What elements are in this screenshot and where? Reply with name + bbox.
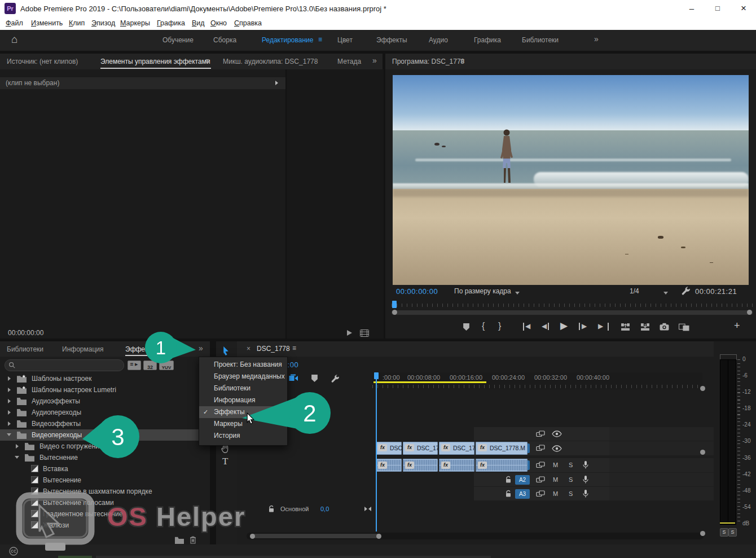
program-ruler-ticks[interactable] bbox=[392, 304, 753, 307]
menu-graphics[interactable]: Графика bbox=[157, 19, 185, 27]
tree-row[interactable]: Видео с погружением bbox=[0, 441, 210, 452]
timeline-playhead-head[interactable] bbox=[374, 372, 379, 379]
menu-item-markers[interactable]: Маркеры bbox=[199, 418, 287, 430]
add-marker-icon[interactable] bbox=[462, 323, 471, 331]
clip-video-3[interactable]: fx DSC_17 bbox=[439, 442, 474, 455]
menu-item-effects[interactable]: ✓ Эффекты bbox=[199, 406, 287, 418]
go-to-out-icon[interactable]: ▶ bbox=[597, 323, 609, 331]
program-playhead[interactable] bbox=[392, 301, 397, 308]
track-badge-a2[interactable]: A2 bbox=[515, 475, 530, 485]
hscroll-handle-left[interactable] bbox=[250, 534, 255, 539]
tab-audio-mixer[interactable]: Микш. аудиоклипа: DSC_1778 bbox=[223, 58, 318, 65]
play-icon[interactable]: ▶ bbox=[560, 320, 568, 332]
settings-wrench-icon[interactable] bbox=[681, 286, 691, 296]
step-forward-icon[interactable]: ▶ bbox=[579, 323, 589, 331]
play-audio-icon[interactable] bbox=[345, 329, 353, 337]
workspace-tab-assembly[interactable]: Сборка bbox=[213, 36, 236, 44]
menu-help[interactable]: Справка bbox=[234, 19, 262, 27]
tree-row[interactable]: Вытеснение bbox=[0, 474, 210, 486]
tab-effect-controls[interactable]: Элементы управления эффектами bbox=[100, 58, 210, 65]
menu-item-media-browser[interactable]: Браузер медиаданных bbox=[199, 371, 287, 383]
scrollbar-handle-left[interactable] bbox=[392, 310, 397, 315]
workspace-tab-graphics[interactable]: Графика bbox=[474, 36, 501, 44]
filter-accelerated-effects[interactable]: ≣▶ bbox=[128, 361, 141, 370]
program-scrollbar[interactable] bbox=[392, 310, 753, 315]
vscroll-handle-mid[interactable] bbox=[700, 450, 705, 455]
lift-icon[interactable] bbox=[621, 323, 630, 331]
sync-lock-icon[interactable] bbox=[536, 476, 545, 484]
tab-info[interactable]: Информация bbox=[62, 345, 103, 353]
export-frame-camera-icon[interactable] bbox=[660, 323, 669, 331]
pan-icon[interactable] bbox=[364, 506, 372, 512]
lock-icon[interactable] bbox=[267, 505, 275, 513]
effects-search-box[interactable] bbox=[5, 359, 124, 371]
timeline-ruler[interactable]: :00:00 00:00:08:00 00:00:16:00 00:00:24:… bbox=[372, 372, 702, 389]
maximize-button[interactable]: □ bbox=[707, 2, 728, 15]
timeline-hscrollbar[interactable] bbox=[247, 533, 704, 539]
tab-effects[interactable]: Эффекты bbox=[125, 345, 156, 353]
workspace-tab-menu-icon[interactable]: ≡ bbox=[318, 36, 322, 43]
home-icon[interactable]: ⌂ bbox=[11, 33, 17, 46]
menu-file[interactable]: Файл bbox=[6, 19, 23, 27]
menu-item-history[interactable]: История bbox=[199, 430, 287, 442]
scrollbar-handle-right[interactable] bbox=[747, 310, 752, 315]
program-menu-icon[interactable]: ≡ bbox=[460, 57, 464, 65]
track-visibility-eye-icon[interactable] bbox=[552, 445, 562, 452]
minimize-button[interactable]: – bbox=[682, 2, 702, 15]
tree-row[interactable]: Вытеснение bbox=[0, 452, 210, 463]
type-tool-icon[interactable]: T bbox=[222, 456, 228, 467]
workspace-tab-color[interactable]: Цвет bbox=[337, 36, 353, 44]
tree-row[interactable]: Аудиопереходы bbox=[0, 407, 210, 418]
menu-sequence[interactable]: Эпизод bbox=[91, 19, 115, 27]
step-back-icon[interactable]: ◀ bbox=[542, 323, 552, 331]
selection-tool-icon[interactable] bbox=[223, 346, 229, 356]
workspace-tab-libraries[interactable]: Библиотеки bbox=[522, 36, 559, 44]
menu-view[interactable]: Вид bbox=[192, 19, 205, 27]
delete-icon[interactable] bbox=[190, 536, 196, 544]
tree-row[interactable]: Шаблоны настроек Lumetri bbox=[0, 384, 210, 396]
sync-lock-icon[interactable] bbox=[536, 490, 545, 498]
fit-dropdown[interactable]: По размеру кадра bbox=[451, 285, 525, 297]
mute-button[interactable]: M bbox=[553, 476, 558, 483]
sync-lock-icon[interactable] bbox=[536, 430, 545, 438]
comparison-view-icon[interactable] bbox=[679, 323, 689, 331]
quality-dropdown[interactable]: 1/4 bbox=[625, 285, 670, 297]
expand-arrow-icon[interactable] bbox=[275, 81, 278, 85]
lock-icon[interactable] bbox=[504, 490, 512, 498]
new-bin-icon[interactable] bbox=[175, 537, 184, 544]
timeline-playhead[interactable] bbox=[376, 372, 377, 531]
tree-row[interactable]: Аудиоэффекты bbox=[0, 396, 210, 407]
solo-right-button[interactable]: S bbox=[728, 528, 737, 537]
vscroll-handle-top[interactable] bbox=[700, 386, 705, 391]
voiceover-mic-icon[interactable] bbox=[582, 475, 589, 484]
menu-markers[interactable]: Маркеры bbox=[120, 19, 150, 27]
filter-32bit[interactable]: 32 bbox=[143, 361, 157, 370]
mute-button[interactable]: M bbox=[553, 462, 558, 468]
menu-item-project[interactable]: Проект: Без названия bbox=[199, 359, 287, 371]
clip-audio-3[interactable]: fx bbox=[439, 459, 474, 472]
clip-video-2[interactable]: fx DSC_17 bbox=[403, 442, 438, 455]
menu-window[interactable]: Окно bbox=[210, 19, 227, 27]
track-badge-a3[interactable]: A3 bbox=[515, 489, 530, 499]
timeline-tab-close-icon[interactable]: × bbox=[247, 345, 250, 353]
mute-button[interactable]: M bbox=[553, 490, 558, 497]
effect-controls-menu-icon[interactable]: ≡ bbox=[205, 57, 209, 65]
clip-audio-2[interactable]: fx bbox=[403, 459, 438, 472]
tab-source[interactable]: Источник: (нет клипов) bbox=[7, 58, 78, 65]
clip-audio-4[interactable]: fx bbox=[476, 459, 528, 472]
tab-metadata[interactable]: Метада bbox=[337, 58, 361, 65]
track-visibility-eye-icon[interactable] bbox=[552, 430, 562, 437]
extract-icon[interactable] bbox=[640, 323, 650, 331]
menu-clip[interactable]: Клип bbox=[69, 19, 85, 27]
tab-libraries[interactable]: Библиотеки bbox=[7, 345, 43, 353]
mark-in-icon[interactable]: { bbox=[482, 321, 485, 331]
solo-left-button[interactable]: S bbox=[720, 528, 728, 537]
voiceover-mic-icon[interactable] bbox=[582, 460, 589, 469]
mark-out-icon[interactable]: } bbox=[498, 321, 501, 331]
hscroll-handle-right[interactable] bbox=[376, 534, 381, 539]
tree-row[interactable]: Вставка bbox=[0, 463, 210, 474]
effects-overflow-icon[interactable]: » bbox=[199, 344, 203, 353]
menu-item-info[interactable]: Информация bbox=[199, 394, 287, 406]
workspace-overflow-icon[interactable]: » bbox=[594, 34, 599, 43]
tree-row[interactable]: Видеоэффекты bbox=[0, 418, 210, 429]
